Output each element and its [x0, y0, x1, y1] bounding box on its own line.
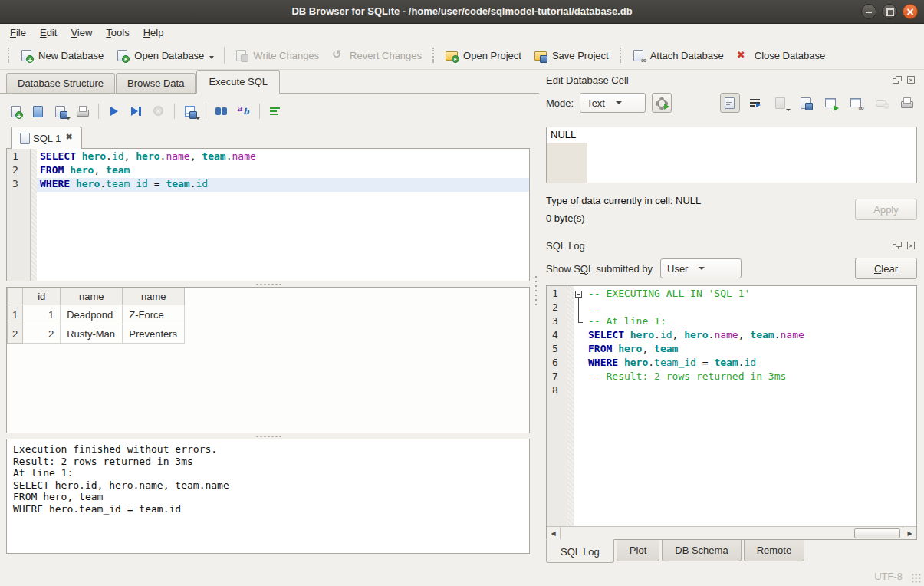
- code-text: FROM hero, team: [585, 343, 916, 357]
- log-filter-combobox[interactable]: User: [660, 258, 742, 278]
- close-database-button[interactable]: Close Database: [730, 45, 832, 65]
- find-button[interactable]: [212, 101, 232, 121]
- export-window-button[interactable]: [821, 93, 841, 113]
- line-number: 8: [547, 384, 567, 398]
- fold-margin: [567, 343, 574, 357]
- new-sql-tab-button[interactable]: [6, 101, 26, 121]
- maximize-button[interactable]: [882, 4, 897, 19]
- cell[interactable]: Deadpond: [61, 305, 123, 324]
- dropdown-caret-icon[interactable]: [196, 117, 200, 120]
- tab-db-schema[interactable]: DB Schema: [662, 540, 741, 561]
- menu-view[interactable]: View: [64, 25, 99, 41]
- write-changes-button[interactable]: Write Changes: [229, 45, 325, 65]
- table-corner[interactable]: [8, 288, 23, 305]
- tab-plot[interactable]: Plot: [617, 540, 659, 561]
- panel-splitter[interactable]: [533, 275, 539, 307]
- open-database-button[interactable]: Open Database: [110, 45, 220, 65]
- menu-file[interactable]: File: [3, 25, 33, 41]
- mode-combobox[interactable]: Text: [580, 93, 646, 113]
- tab-remote[interactable]: Remote: [744, 540, 805, 561]
- link-window-button[interactable]: [847, 93, 866, 113]
- fold-margin: [567, 370, 574, 384]
- resize-grip[interactable]: [911, 573, 922, 584]
- revert-changes-button[interactable]: Revert Changes: [325, 45, 428, 65]
- toolbar-handle[interactable]: [620, 48, 621, 63]
- toolbar-handle[interactable]: [8, 48, 9, 63]
- cell[interactable]: 1: [23, 305, 61, 324]
- execute-all-button[interactable]: [104, 101, 124, 121]
- set-null-button[interactable]: [872, 93, 892, 113]
- execute-current-line-button[interactable]: [127, 101, 146, 121]
- scroll-left-icon[interactable]: ◀: [547, 527, 561, 539]
- cell[interactable]: Rusty-Man: [61, 324, 123, 344]
- print-button[interactable]: [73, 101, 93, 121]
- sql-editor[interactable]: 1SELECT hero.id, hero.name, team.name2FR…: [6, 148, 530, 281]
- code-text: --: [585, 301, 916, 315]
- dropdown-caret-icon[interactable]: [786, 109, 791, 111]
- toolbar-handle[interactable]: [432, 48, 434, 63]
- save-file-button[interactable]: [796, 93, 816, 113]
- splitter-handle[interactable]: [6, 281, 530, 287]
- save-project-button[interactable]: Save Project: [528, 45, 615, 65]
- open-file-button[interactable]: [771, 93, 791, 113]
- stop-button[interactable]: [149, 101, 169, 121]
- text-mode-button[interactable]: [720, 93, 740, 113]
- open-project-button[interactable]: Open Project: [439, 45, 528, 65]
- save-results-button[interactable]: [180, 101, 200, 121]
- row-number[interactable]: 1: [8, 305, 23, 324]
- menu-tools[interactable]: Tools: [99, 25, 136, 41]
- text-mode-icon: [723, 97, 737, 109]
- editor-line: 4SELECT hero.id, hero.name, team.name: [547, 329, 916, 343]
- editor-line: 3-- At line 1:: [547, 315, 916, 329]
- format-sql-button[interactable]: [265, 101, 285, 121]
- dropdown-caret-icon[interactable]: [209, 56, 214, 59]
- line-number: 7: [547, 370, 567, 384]
- cell-value-editor[interactable]: NULL: [546, 127, 917, 183]
- column-header[interactable]: name: [61, 288, 123, 305]
- code-text: WHERE hero.team_id = team.id: [585, 357, 916, 370]
- horizontal-scrollbar[interactable]: ◀ ▶: [547, 526, 916, 539]
- table-row: 11DeadpondZ-Force: [8, 305, 185, 324]
- tab-sql-log[interactable]: SQL Log: [546, 539, 614, 563]
- close-dock-button[interactable]: [906, 75, 917, 85]
- scroll-right-icon[interactable]: ▶: [903, 527, 916, 539]
- statusbar: UTF-8: [0, 566, 924, 586]
- tab-database-structure[interactable]: Database Structure: [6, 73, 115, 93]
- find-replace-button[interactable]: [234, 101, 254, 121]
- print-button[interactable]: [897, 93, 917, 113]
- dropdown-caret-icon[interactable]: [66, 117, 71, 120]
- splitter-handle[interactable]: [6, 433, 530, 439]
- attach-database-button[interactable]: Attach Database: [626, 45, 730, 65]
- apply-button[interactable]: Apply: [855, 199, 917, 220]
- float-dock-button[interactable]: [892, 241, 903, 251]
- tab-sql-1[interactable]: SQL 1: [11, 127, 82, 149]
- scrollbar-thumb[interactable]: [854, 528, 900, 538]
- close-dock-button[interactable]: [906, 241, 917, 251]
- tab-execute-sql[interactable]: Execute SQL: [196, 70, 280, 94]
- message-line: FROM hero, team: [13, 491, 523, 503]
- tab-browse-data[interactable]: Browse Data: [116, 73, 196, 93]
- find-icon: [215, 105, 229, 117]
- fold-margin: [30, 178, 37, 192]
- minimize-button[interactable]: [861, 4, 876, 19]
- new-database-button[interactable]: New Database: [14, 45, 110, 65]
- column-header[interactable]: id: [23, 288, 61, 305]
- cell[interactable]: 2: [23, 324, 61, 344]
- close-button[interactable]: [903, 4, 918, 19]
- menu-edit[interactable]: Edit: [33, 25, 64, 41]
- column-header[interactable]: name: [123, 288, 185, 305]
- sql-log-view[interactable]: 1-- EXECUTING ALL IN 'SQL 1'2--3-- At li…: [547, 286, 916, 526]
- row-number[interactable]: 2: [8, 324, 23, 344]
- apply-format-button[interactable]: [652, 93, 672, 113]
- cell[interactable]: Preventers: [123, 324, 185, 344]
- open-sql-file-button[interactable]: [28, 101, 48, 121]
- save-sql-file-button[interactable]: [51, 101, 71, 121]
- editor-line: 6WHERE hero.team_id = team.id: [547, 357, 916, 370]
- clear-log-button[interactable]: Clear: [855, 258, 917, 279]
- float-dock-button[interactable]: [892, 75, 903, 85]
- close-tab-icon[interactable]: [64, 132, 74, 144]
- sql-log-dock-header: SQL Log: [546, 236, 917, 255]
- cell[interactable]: Z-Force: [123, 305, 185, 324]
- menu-help[interactable]: Help: [136, 25, 171, 41]
- word-wrap-button[interactable]: [745, 93, 765, 113]
